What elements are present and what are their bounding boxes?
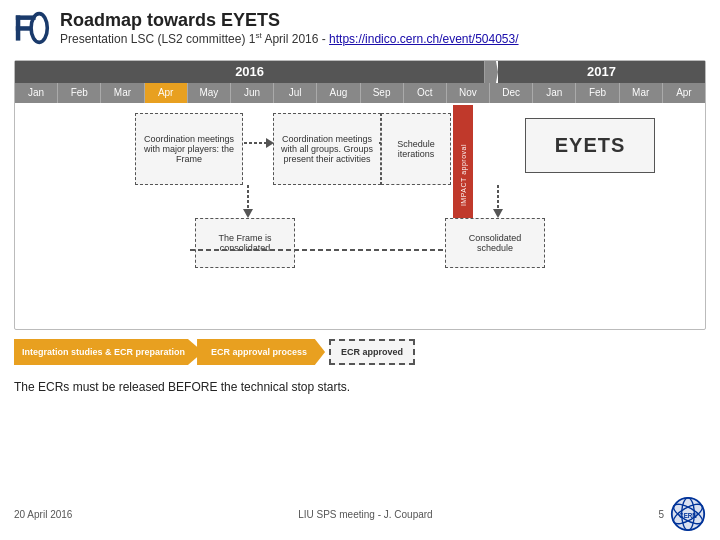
subtitle: Presentation LSC (LS2 committee) 1st Apr…: [60, 31, 519, 46]
subtitle-main: Presentation LSC: [60, 32, 154, 46]
month-feb1: Feb: [58, 83, 101, 103]
footer-title: LIU SPS meeting - J. Coupard: [298, 509, 433, 520]
body-text: The ECRs must be released BEFORE the tec…: [0, 372, 720, 400]
header: Roadmap towards EYETS Presentation LSC (…: [0, 0, 720, 52]
indico-link[interactable]: https://indico.cern.ch/event/504053/: [329, 32, 518, 46]
consolidated-schedule-box: Consolidated schedule: [445, 218, 545, 268]
month-jul1: Jul: [274, 83, 317, 103]
arrow-between-boxes: [244, 133, 276, 153]
footer-right: 5 CERN: [658, 496, 706, 532]
footer: 20 April 2016 LIU SPS meeting - J. Coupa…: [0, 496, 720, 532]
svg-marker-13: [493, 209, 503, 218]
timeline-content: Coordination meetings with major players…: [15, 103, 705, 331]
ecr-text: The ECRs must be released BEFORE the tec…: [14, 380, 350, 394]
footer-date: 20 April 2016: [14, 509, 72, 520]
svg-rect-3: [16, 26, 30, 31]
impact-text: IMPACT approval: [460, 144, 467, 206]
month-apr1: Apr: [145, 83, 188, 103]
arrow-frame-to-right: [190, 243, 460, 257]
month-sep1: Sep: [361, 83, 404, 103]
month-jan2: Jan: [533, 83, 576, 103]
month-apr2: Apr: [663, 83, 705, 103]
svg-marker-9: [243, 209, 253, 218]
month-dec1: Dec: [490, 83, 533, 103]
coordination-left-box: Coordination meetings with major players…: [135, 113, 243, 185]
ecr-approval-bar: ECR approval process: [197, 339, 325, 365]
arrow-down-frame: [243, 185, 253, 220]
header-text: Roadmap towards EYETS Presentation LSC (…: [60, 10, 519, 46]
year-bar: 2016 2017: [15, 61, 705, 83]
integration-bar: Integration studies & ECR preparation: [14, 339, 203, 365]
month-oct1: Oct: [404, 83, 447, 103]
month-feb2: Feb: [576, 83, 619, 103]
month-aug1: Aug: [317, 83, 360, 103]
month-mar2: Mar: [620, 83, 663, 103]
month-jun1: Jun: [231, 83, 274, 103]
year-2017: 2017: [498, 61, 705, 83]
eyets-box: EYETS: [525, 118, 655, 173]
month-jan1: Jan: [15, 83, 58, 103]
month-may1: May: [188, 83, 231, 103]
month-mar1: Mar: [101, 83, 144, 103]
logo-icon: [14, 10, 50, 46]
svg-text:CERN: CERN: [679, 512, 697, 519]
timeline-container: 2016 2017 Jan Feb Mar Apr May Jun Jul Au…: [14, 60, 706, 330]
subtitle-date-rest: April 2016 -: [262, 32, 329, 46]
month-nov1: Nov: [447, 83, 490, 103]
coordination-right-box: Coordination meetings with all groups. G…: [273, 113, 381, 185]
page-title: Roadmap towards EYETS: [60, 10, 519, 31]
subtitle-detail: (LS2 committee): [157, 32, 245, 46]
year-2016: 2016: [15, 61, 484, 83]
month-row: Jan Feb Mar Apr May Jun Jul Aug Sep Oct …: [15, 83, 705, 103]
year-gap: [484, 61, 498, 83]
ecr-approved-box: ECR approved: [329, 339, 415, 365]
cern-logo-icon: CERN: [670, 496, 706, 532]
process-bar-area: Integration studies & ECR preparation EC…: [14, 336, 706, 368]
footer-page: 5: [658, 509, 664, 520]
arrow-down-consolidated: [493, 185, 503, 220]
